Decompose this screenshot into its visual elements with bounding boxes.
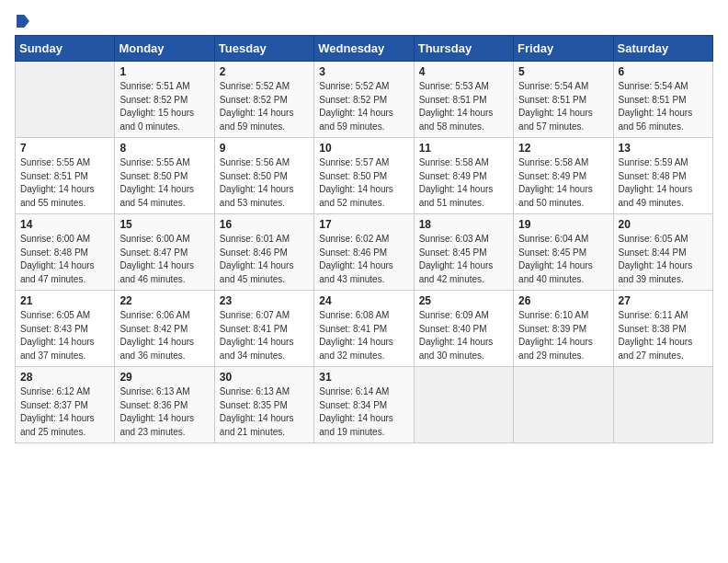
calendar-cell: 31Sunrise: 6:14 AMSunset: 8:34 PMDayligh… <box>314 367 414 443</box>
header-thursday: Thursday <box>414 36 513 62</box>
day-number: 16 <box>220 218 309 231</box>
calendar-cell: 23Sunrise: 6:07 AMSunset: 8:41 PMDayligh… <box>214 291 313 367</box>
calendar-cell: 8Sunrise: 5:55 AMSunset: 8:50 PMDaylight… <box>115 138 214 214</box>
calendar-week-row: 1Sunrise: 5:51 AMSunset: 8:52 PMDaylight… <box>16 62 713 138</box>
calendar-week-row: 28Sunrise: 6:12 AMSunset: 8:37 PMDayligh… <box>16 367 713 443</box>
calendar-week-row: 14Sunrise: 6:00 AMSunset: 8:48 PMDayligh… <box>16 214 713 291</box>
day-info: Sunrise: 6:12 AMSunset: 8:37 PMDaylight:… <box>20 385 109 439</box>
day-number: 5 <box>518 65 608 78</box>
calendar-cell: 4Sunrise: 5:53 AMSunset: 8:51 PMDaylight… <box>414 62 513 138</box>
day-info: Sunrise: 6:04 AMSunset: 8:45 PMDaylight:… <box>518 233 608 286</box>
day-number: 22 <box>119 294 209 307</box>
calendar-cell: 10Sunrise: 5:57 AMSunset: 8:50 PMDayligh… <box>314 138 414 214</box>
day-info: Sunrise: 5:55 AMSunset: 8:51 PMDaylight:… <box>20 156 109 210</box>
calendar-cell: 12Sunrise: 5:58 AMSunset: 8:49 PMDayligh… <box>514 138 613 214</box>
calendar-cell: 1Sunrise: 5:51 AMSunset: 8:52 PMDaylight… <box>115 62 214 138</box>
day-number: 8 <box>119 142 209 155</box>
calendar-cell: 2Sunrise: 5:52 AMSunset: 8:52 PMDaylight… <box>214 62 313 138</box>
day-info: Sunrise: 5:59 AMSunset: 8:48 PMDaylight:… <box>619 156 708 210</box>
day-number: 6 <box>619 65 708 78</box>
header-monday: Monday <box>115 36 214 62</box>
day-number: 10 <box>319 142 408 155</box>
page-header <box>15 15 713 28</box>
calendar-cell: 16Sunrise: 6:01 AMSunset: 8:46 PMDayligh… <box>214 214 313 291</box>
calendar-cell <box>414 367 513 443</box>
day-info: Sunrise: 6:08 AMSunset: 8:41 PMDaylight:… <box>319 309 408 362</box>
day-info: Sunrise: 6:02 AMSunset: 8:46 PMDaylight:… <box>319 233 408 286</box>
day-info: Sunrise: 5:54 AMSunset: 8:51 PMDaylight:… <box>619 80 708 133</box>
day-info: Sunrise: 5:54 AMSunset: 8:51 PMDaylight:… <box>518 80 608 133</box>
header-sunday: Sunday <box>16 36 115 62</box>
day-number: 30 <box>220 371 309 384</box>
day-info: Sunrise: 5:57 AMSunset: 8:50 PMDaylight:… <box>319 156 408 210</box>
day-number: 24 <box>319 294 408 307</box>
calendar-cell: 13Sunrise: 5:59 AMSunset: 8:48 PMDayligh… <box>613 138 712 214</box>
day-info: Sunrise: 5:51 AMSunset: 8:52 PMDaylight:… <box>119 80 209 133</box>
day-info: Sunrise: 6:09 AMSunset: 8:40 PMDaylight:… <box>419 309 508 362</box>
day-info: Sunrise: 5:55 AMSunset: 8:50 PMDaylight:… <box>119 156 209 210</box>
day-number: 11 <box>419 142 508 155</box>
day-number: 9 <box>220 142 309 155</box>
day-info: Sunrise: 6:07 AMSunset: 8:41 PMDaylight:… <box>220 309 309 362</box>
day-info: Sunrise: 5:58 AMSunset: 8:49 PMDaylight:… <box>419 156 508 210</box>
calendar-cell: 30Sunrise: 6:13 AMSunset: 8:35 PMDayligh… <box>214 367 313 443</box>
day-info: Sunrise: 5:53 AMSunset: 8:51 PMDaylight:… <box>419 80 508 133</box>
day-number: 20 <box>619 218 708 231</box>
calendar-cell <box>613 367 712 443</box>
calendar-cell: 6Sunrise: 5:54 AMSunset: 8:51 PMDaylight… <box>613 62 712 138</box>
day-info: Sunrise: 6:14 AMSunset: 8:34 PMDaylight:… <box>319 385 408 439</box>
day-number: 29 <box>119 371 209 384</box>
day-number: 4 <box>419 65 508 78</box>
day-info: Sunrise: 5:58 AMSunset: 8:49 PMDaylight:… <box>518 156 608 210</box>
day-info: Sunrise: 5:52 AMSunset: 8:52 PMDaylight:… <box>319 80 408 133</box>
day-number: 26 <box>518 294 608 307</box>
calendar-cell: 22Sunrise: 6:06 AMSunset: 8:42 PMDayligh… <box>115 291 214 367</box>
day-number: 1 <box>119 65 209 78</box>
calendar-cell: 25Sunrise: 6:09 AMSunset: 8:40 PMDayligh… <box>414 291 513 367</box>
day-number: 23 <box>220 294 309 307</box>
calendar-cell: 21Sunrise: 6:05 AMSunset: 8:43 PMDayligh… <box>16 291 115 367</box>
logo-icon <box>17 15 29 28</box>
day-number: 12 <box>518 142 608 155</box>
day-number: 18 <box>419 218 508 231</box>
calendar-cell: 28Sunrise: 6:12 AMSunset: 8:37 PMDayligh… <box>16 367 115 443</box>
day-number: 14 <box>20 218 109 231</box>
day-info: Sunrise: 6:05 AMSunset: 8:44 PMDaylight:… <box>619 233 708 286</box>
header-friday: Friday <box>514 36 613 62</box>
calendar-cell: 20Sunrise: 6:05 AMSunset: 8:44 PMDayligh… <box>613 214 712 291</box>
calendar-week-row: 7Sunrise: 5:55 AMSunset: 8:51 PMDaylight… <box>16 138 713 214</box>
calendar-cell: 24Sunrise: 6:08 AMSunset: 8:41 PMDayligh… <box>314 291 414 367</box>
day-number: 3 <box>319 65 408 78</box>
day-info: Sunrise: 6:00 AMSunset: 8:47 PMDaylight:… <box>119 233 209 286</box>
day-info: Sunrise: 6:06 AMSunset: 8:42 PMDaylight:… <box>119 309 209 362</box>
day-info: Sunrise: 6:10 AMSunset: 8:39 PMDaylight:… <box>518 309 608 362</box>
day-number: 25 <box>419 294 508 307</box>
calendar-body: 1Sunrise: 5:51 AMSunset: 8:52 PMDaylight… <box>16 62 713 443</box>
day-number: 2 <box>220 65 309 78</box>
calendar-cell: 17Sunrise: 6:02 AMSunset: 8:46 PMDayligh… <box>314 214 414 291</box>
calendar-cell: 14Sunrise: 6:00 AMSunset: 8:48 PMDayligh… <box>16 214 115 291</box>
day-info: Sunrise: 6:01 AMSunset: 8:46 PMDaylight:… <box>220 233 309 286</box>
header-saturday: Saturday <box>613 36 712 62</box>
calendar-cell: 18Sunrise: 6:03 AMSunset: 8:45 PMDayligh… <box>414 214 513 291</box>
day-info: Sunrise: 6:13 AMSunset: 8:36 PMDaylight:… <box>119 385 209 439</box>
calendar-cell: 9Sunrise: 5:56 AMSunset: 8:50 PMDaylight… <box>214 138 313 214</box>
calendar-cell: 19Sunrise: 6:04 AMSunset: 8:45 PMDayligh… <box>514 214 613 291</box>
day-number: 28 <box>20 371 109 384</box>
day-info: Sunrise: 6:03 AMSunset: 8:45 PMDaylight:… <box>419 233 508 286</box>
day-number: 15 <box>119 218 209 231</box>
day-info: Sunrise: 5:56 AMSunset: 8:50 PMDaylight:… <box>220 156 309 210</box>
calendar-cell: 5Sunrise: 5:54 AMSunset: 8:51 PMDaylight… <box>514 62 613 138</box>
calendar-header: Sunday Monday Tuesday Wednesday Thursday… <box>16 36 713 62</box>
calendar-cell: 29Sunrise: 6:13 AMSunset: 8:36 PMDayligh… <box>115 367 214 443</box>
calendar-cell: 15Sunrise: 6:00 AMSunset: 8:47 PMDayligh… <box>115 214 214 291</box>
calendar-cell: 27Sunrise: 6:11 AMSunset: 8:38 PMDayligh… <box>613 291 712 367</box>
calendar-cell: 7Sunrise: 5:55 AMSunset: 8:51 PMDaylight… <box>16 138 115 214</box>
calendar-cell <box>514 367 613 443</box>
day-number: 19 <box>518 218 608 231</box>
day-info: Sunrise: 6:05 AMSunset: 8:43 PMDaylight:… <box>20 309 109 362</box>
calendar-cell: 26Sunrise: 6:10 AMSunset: 8:39 PMDayligh… <box>514 291 613 367</box>
day-info: Sunrise: 5:52 AMSunset: 8:52 PMDaylight:… <box>220 80 309 133</box>
day-number: 31 <box>319 371 408 384</box>
day-number: 13 <box>619 142 708 155</box>
